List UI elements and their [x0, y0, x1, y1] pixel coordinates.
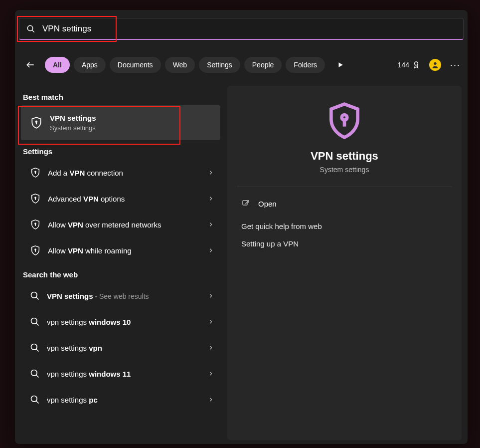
svg-point-4: [415, 62, 418, 65]
filter-settings[interactable]: Settings: [199, 57, 240, 73]
filter-more[interactable]: [329, 57, 352, 73]
rewards-icon: [412, 61, 420, 69]
search-icon: [26, 24, 35, 33]
web-item-0[interactable]: VPN settings - See web results: [21, 283, 220, 309]
overflow-menu[interactable]: ···: [450, 60, 461, 70]
svg-marker-3: [339, 62, 343, 67]
web-item-3[interactable]: vpn settings windows 11: [21, 361, 220, 387]
svg-point-20: [31, 344, 37, 350]
svg-point-12: [35, 223, 36, 224]
settings-item-0[interactable]: Add a VPN connection: [21, 160, 220, 186]
svg-line-1: [32, 30, 34, 32]
svg-line-17: [36, 297, 39, 300]
detail-shield-icon: [324, 101, 364, 141]
svg-point-22: [31, 370, 37, 376]
detail-title: VPN settings: [227, 150, 462, 163]
svg-line-23: [36, 375, 39, 378]
svg-point-16: [31, 292, 37, 298]
svg-point-0: [27, 25, 33, 31]
filter-folders[interactable]: Folders: [286, 57, 325, 73]
svg-point-10: [35, 197, 36, 198]
web-item-label: VPN settings - See web results: [47, 292, 207, 300]
best-match-title: VPN settings: [50, 114, 96, 122]
detail-pane: VPN settings System settings Open Get qu…: [227, 86, 462, 440]
open-label: Open: [258, 200, 277, 208]
web-item-label: vpn settings windows 11: [47, 370, 207, 378]
settings-item-label: Allow VPN over metered networks: [48, 221, 207, 229]
header-right: 144 ···: [398, 59, 461, 71]
points-value: 144: [398, 61, 409, 69]
settings-item-3[interactable]: Allow VPN while roaming: [21, 237, 220, 263]
best-match-subtitle: System settings: [50, 124, 96, 132]
svg-point-18: [31, 318, 37, 324]
settings-item-label: Add a VPN connection: [48, 169, 207, 177]
web-item-4[interactable]: vpn settings pc: [21, 387, 220, 413]
filter-documents[interactable]: Documents: [110, 57, 161, 73]
avatar[interactable]: [429, 59, 441, 71]
filter-web[interactable]: Web: [165, 57, 195, 73]
best-match-result[interactable]: VPN settings System settings: [21, 105, 220, 140]
back-button[interactable]: [22, 56, 39, 73]
filter-apps[interactable]: Apps: [74, 57, 106, 73]
results-column: Best match VPN settings System settings …: [21, 86, 220, 413]
web-item-label: vpn settings windows 10: [47, 318, 207, 326]
settings-item-2[interactable]: Allow VPN over metered networks: [21, 212, 220, 237]
section-settings: Settings: [23, 147, 218, 156]
svg-point-6: [36, 121, 37, 122]
start-search-panel: All Apps Documents Web Settings People F…: [15, 10, 468, 444]
svg-point-26: [342, 115, 347, 120]
svg-line-21: [36, 349, 39, 352]
filter-people[interactable]: People: [244, 57, 282, 73]
filter-all[interactable]: All: [45, 57, 70, 73]
svg-point-8: [35, 171, 36, 172]
detail-help-header: Get quick help from web: [241, 222, 448, 230]
detail-open[interactable]: Open: [241, 199, 448, 208]
settings-item-label: Allow VPN while roaming: [48, 246, 207, 255]
detail-subtitle: System settings: [227, 166, 462, 174]
svg-point-24: [31, 396, 37, 402]
search-bar[interactable]: [19, 18, 464, 40]
web-item-1[interactable]: vpn settings windows 10: [21, 309, 220, 335]
web-item-2[interactable]: vpn settings vpn: [21, 335, 220, 361]
filter-row: All Apps Documents Web Settings People F…: [22, 55, 461, 75]
rewards-points[interactable]: 144: [398, 61, 420, 69]
settings-item-1[interactable]: Advanced VPN options: [21, 186, 220, 212]
svg-line-19: [36, 323, 39, 326]
settings-item-label: Advanced VPN options: [48, 195, 207, 203]
svg-point-14: [35, 249, 36, 250]
svg-line-25: [36, 401, 39, 404]
svg-point-5: [434, 62, 436, 65]
section-web: Search the web: [23, 270, 218, 279]
web-item-label: vpn settings pc: [47, 396, 207, 404]
web-item-label: vpn settings vpn: [47, 344, 207, 352]
detail-help-link-0[interactable]: Setting up a VPN: [241, 239, 448, 248]
section-best-match: Best match: [23, 93, 218, 101]
search-input[interactable]: [35, 24, 463, 34]
open-icon: [241, 199, 250, 208]
